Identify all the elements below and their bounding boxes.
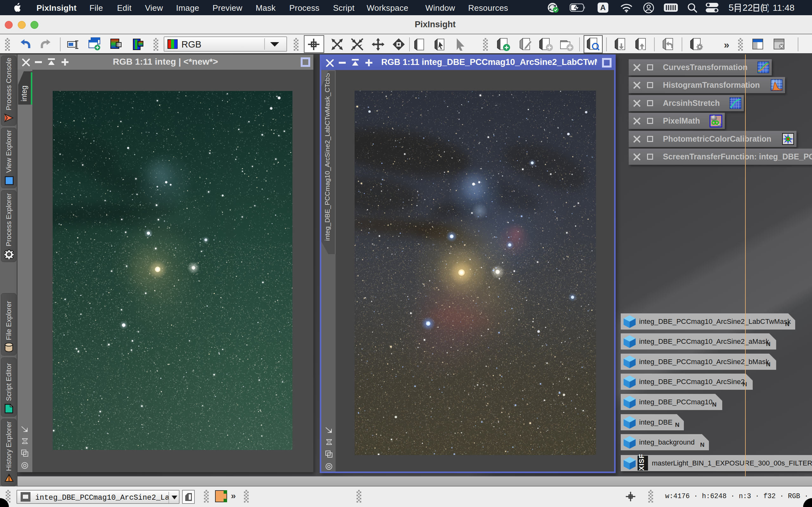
- svg-text:): ): [767, 3, 768, 12]
- svg-text:5: 5: [728, 3, 734, 12]
- svg-text:22: 22: [743, 3, 753, 12]
